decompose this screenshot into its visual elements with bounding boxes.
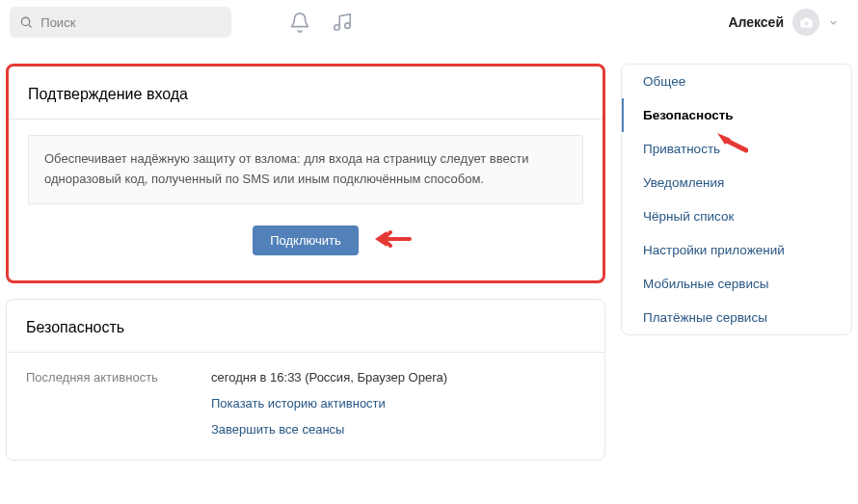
show-history-link[interactable]: Показать историю активности — [211, 396, 447, 411]
camera-icon — [799, 15, 814, 30]
music-icon[interactable] — [332, 12, 353, 33]
activity-value: сегодня в 16:33 (Россия, Браузер Opera) — [211, 370, 447, 385]
sidebar-item-app-settings[interactable]: Настройки приложений — [622, 233, 851, 267]
search-input[interactable] — [40, 15, 222, 30]
bell-icon[interactable] — [289, 12, 310, 33]
svg-line-1 — [29, 25, 32, 28]
connect-button[interactable]: Подключить — [253, 225, 359, 255]
user-name: Алексей — [728, 14, 784, 30]
activity-label: Последняя активность — [26, 370, 198, 437]
divider — [9, 119, 603, 119]
sidebar-item-blacklist[interactable]: Чёрный список — [622, 199, 851, 233]
panel-title: Подтверждение входа — [9, 66, 603, 119]
svg-point-3 — [345, 23, 351, 28]
arrow-annotation-icon — [373, 227, 412, 253]
search-icon — [19, 14, 33, 30]
avatar — [792, 9, 819, 36]
chevron-down-icon — [828, 17, 839, 28]
topbar: Алексей — [0, 0, 858, 44]
login-confirmation-panel: Подтверждение входа Обеспечивает надёжну… — [6, 64, 605, 283]
sidebar-item-notifications[interactable]: Уведомления — [622, 166, 851, 199]
svg-point-2 — [335, 25, 340, 31]
panel-body: Последняя активность сегодня в 16:33 (Ро… — [7, 353, 604, 460]
sidebar-item-security[interactable]: Безопасность — [622, 98, 851, 132]
svg-point-0 — [21, 17, 29, 25]
user-block[interactable]: Алексей — [728, 9, 848, 36]
side-column: Общее Безопасность Приватность Уведомлен… — [621, 64, 852, 476]
layout: Подтверждение входа Обеспечивает надёжну… — [0, 44, 858, 476]
button-row: Подключить — [9, 225, 603, 255]
main-column: Подтверждение входа Обеспечивает надёжну… — [6, 64, 605, 476]
panel-title: Безопасность — [7, 300, 604, 352]
info-box: Обеспечивает надёжную защиту от взлома: … — [28, 135, 583, 204]
sidebar-item-mobile[interactable]: Мобильные сервисы — [622, 267, 851, 301]
end-sessions-link[interactable]: Завершить все сеансы — [211, 422, 447, 437]
security-panel: Безопасность Последняя активность сегодн… — [6, 299, 605, 461]
search-box[interactable] — [10, 7, 231, 38]
activity-values: сегодня в 16:33 (Россия, Браузер Opera) … — [211, 370, 447, 437]
top-icons — [289, 12, 353, 33]
svg-point-4 — [804, 21, 808, 25]
arrow-annotation-sidebar-icon — [715, 129, 748, 157]
svg-marker-5 — [375, 231, 387, 247]
sidebar-item-payments[interactable]: Платёжные сервисы — [622, 301, 851, 334]
settings-sidebar: Общее Безопасность Приватность Уведомлен… — [621, 64, 852, 335]
sidebar-item-general[interactable]: Общее — [622, 65, 851, 98]
